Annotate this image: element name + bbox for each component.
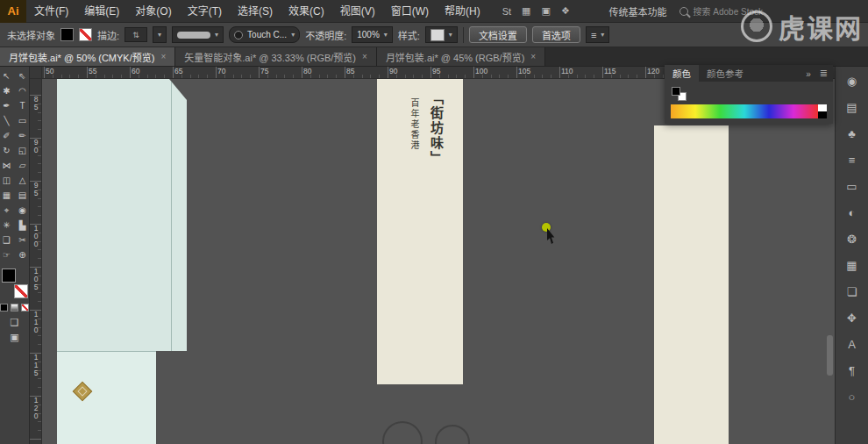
black-swatch[interactable]: [818, 111, 827, 118]
brush-definition-dropdown[interactable]: [172, 26, 224, 43]
none-button[interactable]: [21, 304, 29, 312]
menu-item[interactable]: 对象(O): [127, 0, 179, 23]
scale-tool[interactable]: ◱: [16, 144, 29, 157]
vertical-scrollbar[interactable]: [827, 335, 833, 376]
eyedropper-tool[interactable]: ⌖: [0, 204, 13, 217]
document-setup-button[interactable]: 文档设置: [469, 26, 527, 43]
slice-tool[interactable]: ✂: [16, 233, 29, 247]
selection-tool[interactable]: ↖: [0, 69, 13, 82]
vertical-ruler[interactable]: 859095100105110115120: [30, 79, 42, 444]
artwork-circle-outline[interactable]: [435, 425, 470, 444]
rotate-tool[interactable]: ↻: [0, 144, 13, 157]
preferences-button[interactable]: 首选项: [532, 26, 580, 43]
align-options-dropdown[interactable]: [586, 26, 609, 43]
fill-stroke-indicator[interactable]: [2, 269, 28, 300]
style-dropdown[interactable]: [425, 26, 458, 43]
tab-color-guide[interactable]: 颜色参考: [699, 65, 751, 82]
type-tool[interactable]: T: [16, 99, 29, 112]
line-tool[interactable]: ╲: [0, 114, 13, 127]
fill-color-swatch[interactable]: [60, 28, 74, 41]
tab-close-icon[interactable]: ×: [362, 52, 367, 61]
symbols-panel-icon[interactable]: ♣: [848, 128, 856, 140]
menu-item[interactable]: 视图(V): [332, 0, 383, 23]
paintbrush-tool[interactable]: ✐: [0, 129, 13, 142]
menu-item[interactable]: 文字(T): [180, 0, 230, 23]
blend-tool[interactable]: ◉: [16, 204, 29, 217]
layers-panel-icon[interactable]: ❏: [847, 286, 857, 298]
document-tab[interactable]: 月饼包装.ai* @ 45% (RGB/预览) ×: [377, 47, 545, 66]
symbol-sprayer-tool[interactable]: ✳: [0, 218, 13, 232]
width-tool[interactable]: ⋈: [0, 159, 13, 172]
tab-close-icon[interactable]: ×: [160, 52, 166, 61]
menu-item[interactable]: 帮助(H): [437, 0, 488, 23]
ruler-origin[interactable]: [30, 67, 42, 79]
tab-close-icon[interactable]: ×: [530, 52, 536, 61]
share-icon[interactable]: ❖: [561, 5, 570, 17]
menu-item[interactable]: 文件(F): [26, 0, 76, 23]
appearance-panel-icon[interactable]: ❂: [847, 233, 857, 246]
gradient-panel-icon[interactable]: ◐: [849, 207, 856, 219]
fill-color-indicator[interactable]: [2, 269, 16, 283]
direct-selection-tool[interactable]: ⇖: [16, 69, 29, 82]
character-panel-icon[interactable]: A: [848, 339, 856, 351]
perspective-grid-tool[interactable]: △: [16, 174, 29, 187]
stroke-panel-icon[interactable]: ≡: [849, 154, 856, 167]
gradient-button[interactable]: [11, 304, 18, 312]
free-transform-tool[interactable]: ▱: [16, 159, 29, 172]
color-spectrum[interactable]: [671, 104, 818, 118]
column-graph-tool[interactable]: ▙: [16, 218, 29, 232]
stroke-color-swatch[interactable]: [79, 28, 92, 41]
panel-fill-swatch[interactable]: [672, 87, 680, 96]
illustrator-logo[interactable]: Ai: [0, 0, 26, 23]
color-button[interactable]: [0, 304, 8, 312]
workspace-switcher[interactable]: 传统基本功能: [609, 4, 667, 18]
tab-color[interactable]: 颜色: [665, 65, 699, 82]
color-panel-icon[interactable]: ◉: [847, 75, 857, 88]
pen-tool[interactable]: ✒: [0, 99, 13, 112]
glyphs-panel-icon[interactable]: ○: [849, 391, 856, 404]
draw-mode-button[interactable]: [0, 315, 29, 330]
workspace-layout-icon[interactable]: ▣: [541, 5, 550, 17]
artwork-circle-outline[interactable]: [382, 421, 423, 444]
stroke-weight-stepper[interactable]: [125, 27, 147, 42]
pathfinder-panel-icon[interactable]: ✥: [847, 312, 857, 325]
drawing-mode-dropdown[interactable]: Touch C...: [229, 26, 300, 43]
canvas[interactable]: 「街坊味」 百年老香港: [42, 79, 835, 444]
opacity-dropdown[interactable]: 100%: [352, 26, 393, 43]
stock-search-input[interactable]: 搜索 Adobe Stock: [679, 4, 763, 18]
artboard-tool[interactable]: ❑: [0, 233, 13, 247]
artboard-subtitle-text[interactable]: 百年老香港: [408, 91, 421, 267]
stock-badge-icon[interactable]: St: [502, 6, 511, 17]
paragraph-panel-icon[interactable]: ¶: [849, 365, 855, 377]
artboard-front-panel[interactable]: 「街坊味」 百年老香港: [377, 79, 463, 384]
menu-item[interactable]: 窗口(W): [383, 0, 437, 23]
graphic-styles-panel-icon[interactable]: ▦: [846, 260, 857, 272]
swatches-panel-icon[interactable]: ▤: [846, 102, 857, 114]
stroke-color-indicator[interactable]: [14, 284, 28, 298]
menu-item[interactable]: 选择(S): [230, 0, 281, 23]
mesh-tool[interactable]: ▦: [0, 189, 13, 202]
packaging-dieline-flap[interactable]: [57, 351, 156, 444]
menu-item[interactable]: 编辑(E): [76, 0, 127, 23]
panel-menu-icon[interactable]: [815, 68, 833, 79]
zoom-tool[interactable]: ⊕: [16, 248, 29, 261]
collapse-panel-icon[interactable]: [802, 68, 815, 79]
gradient-tool[interactable]: ▤: [16, 189, 29, 202]
document-tab[interactable]: 矢量智能对象.ai* @ 33.33% (RGB/预览) ×: [175, 47, 377, 66]
menu-item[interactable]: 效果(C): [281, 0, 332, 23]
shape-builder-tool[interactable]: ◫: [0, 174, 13, 187]
screen-mode-button[interactable]: [0, 330, 29, 345]
packaging-dieline-left[interactable]: [57, 79, 187, 351]
document-tab[interactable]: 月饼包装.ai* @ 50% (CMYK/预览) ×: [0, 47, 175, 66]
artboard-title-text[interactable]: 「街坊味」: [427, 91, 445, 267]
lasso-tool[interactable]: ◠: [16, 84, 29, 97]
pencil-tool[interactable]: ✏: [16, 129, 29, 142]
artboards-panel-icon[interactable]: ▭: [846, 181, 857, 193]
white-swatch[interactable]: [818, 104, 827, 111]
magic-wand-tool[interactable]: ✱: [0, 84, 13, 97]
rectangle-tool[interactable]: ▭: [16, 114, 29, 127]
grid-icon[interactable]: ▦: [522, 5, 530, 17]
stroke-weight-dropdown[interactable]: [153, 26, 167, 43]
artboard-side-panel[interactable]: [654, 125, 729, 444]
hand-tool[interactable]: ☞: [0, 248, 13, 261]
